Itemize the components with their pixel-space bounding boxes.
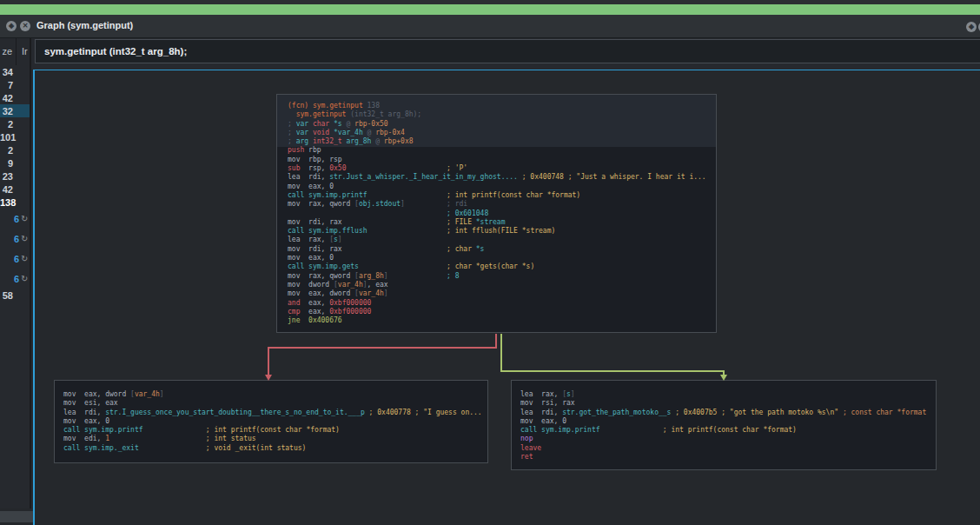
asm-line[interactable]: lea rdi, str.got_the_path_motoko__s ; 0x… bbox=[520, 409, 936, 417]
asm-line[interactable]: lea rax, [s] bbox=[520, 390, 936, 399]
accent-green-bar bbox=[0, 4, 980, 15]
undock-icon[interactable]: ◈ bbox=[6, 21, 17, 31]
sidebar-hscrollbar[interactable]: ▶ bbox=[0, 508, 31, 525]
function-size-value: 2 bbox=[0, 119, 13, 130]
function-size-value: 23 bbox=[0, 171, 13, 182]
function-signature-box[interactable]: sym.getinput (int32_t arg_8h); bbox=[35, 39, 980, 63]
asm-line[interactable]: lea rax, [s] bbox=[288, 236, 716, 244]
edge-true bbox=[500, 334, 502, 371]
asm-line[interactable]: mov eax, 0 bbox=[63, 417, 487, 426]
function-list-row[interactable]: 2 bbox=[0, 117, 30, 130]
asm-line[interactable]: mov eax, 0 bbox=[288, 254, 716, 262]
function-list-row[interactable]: 7 bbox=[0, 78, 30, 91]
asm-line[interactable]: sym.getinput (int32_t arg_8h); bbox=[288, 110, 716, 119]
asm-code: lea rax, [s]mov rsi, raxlea rdi, str.got… bbox=[512, 381, 936, 462]
asm-line[interactable]: mov rax, qword [obj.stdout] ; rdi bbox=[288, 200, 716, 209]
asm-line[interactable]: call sym.imp._exit ; void _exit(int stat… bbox=[63, 444, 487, 453]
asm-line[interactable]: mov eax, 0 bbox=[288, 183, 716, 191]
function-list-row[interactable]: 6↻ bbox=[0, 209, 30, 229]
function-size-value: 6 bbox=[0, 234, 19, 244]
function-size-value: 2 bbox=[0, 145, 13, 156]
function-list-row[interactable]: 34 bbox=[0, 65, 30, 78]
graph-canvas[interactable]: (fcn) sym.getinput 138 sym.getinput (int… bbox=[35, 70, 980, 525]
asm-line[interactable]: ; arg int32_t arg_8h @ rbp+0x8 bbox=[288, 137, 716, 146]
column-header-size[interactable]: ze bbox=[0, 46, 12, 56]
asm-line[interactable]: nop bbox=[520, 435, 936, 443]
asm-line[interactable]: mov rax, qword [arg_8h] ; 8 bbox=[288, 272, 716, 281]
asm-line[interactable]: call sym.imp.fflush ; int fflush(FILE *s… bbox=[288, 227, 716, 236]
asm-code: (fcn) sym.getinput 138 sym.getinput (int… bbox=[277, 95, 716, 325]
asm-line[interactable]: lea rdi, str.I_guess_once_you_start_doub… bbox=[63, 409, 487, 417]
column-divider bbox=[16, 38, 17, 66]
asm-line[interactable]: lea rdi, str.Just_a_whisper._I_hear_it_i… bbox=[288, 173, 716, 182]
asm-line[interactable]: mov esi, eax bbox=[63, 399, 487, 408]
function-size-value: 7 bbox=[0, 80, 13, 90]
app-window: ◈ ✕ Graph (sym.getinput) ◈ ze Ir sym.get… bbox=[0, 0, 980, 525]
edge-false bbox=[495, 334, 497, 348]
function-size-value: 6 bbox=[0, 274, 19, 284]
function-list-row[interactable]: 23 bbox=[0, 169, 30, 183]
asm-line[interactable]: ; var void *var_4h @ rbp-0x4 bbox=[288, 129, 716, 137]
function-size-value: 42 bbox=[0, 93, 13, 103]
asm-line[interactable]: cmp eax, 0xbf000000 bbox=[288, 308, 716, 316]
asm-line[interactable]: mov rdi, rax ; FILE *stream bbox=[288, 218, 716, 227]
function-size-value: 138 bbox=[0, 197, 16, 208]
function-list-row[interactable]: 32 bbox=[0, 104, 30, 117]
asm-line[interactable]: call sym.imp.printf ; int printf(const c… bbox=[520, 426, 936, 435]
close-icon[interactable]: ✕ bbox=[20, 21, 30, 31]
history-icon: ↻ bbox=[21, 214, 28, 223]
asm-code: mov eax, dword [var_4h]mov esi, eaxlea r… bbox=[55, 381, 487, 453]
function-list-row[interactable]: 9 bbox=[0, 156, 30, 169]
function-list-panel[interactable]: 347423221012923421386↻6↻6↻6↻58 bbox=[0, 65, 30, 508]
column-header-ir[interactable]: Ir bbox=[22, 46, 28, 56]
asm-line[interactable]: ; 0x601048 bbox=[288, 209, 716, 218]
asm-line[interactable]: leave bbox=[520, 444, 936, 453]
signature-row: ze Ir sym.getinput (int32_t arg_8h); bbox=[0, 38, 980, 66]
function-list-row[interactable]: 6↻ bbox=[0, 269, 30, 289]
function-list-row[interactable]: 138 bbox=[0, 196, 30, 209]
graph-node-exit-fail[interactable]: mov eax, dword [var_4h]mov esi, eaxlea r… bbox=[54, 380, 488, 463]
function-size-value: 42 bbox=[0, 184, 13, 195]
edge-false-arrowhead bbox=[265, 375, 272, 381]
edge-true bbox=[500, 370, 725, 372]
function-list-row[interactable]: 42 bbox=[0, 183, 30, 196]
asm-line[interactable]: ret bbox=[520, 453, 936, 462]
asm-line[interactable]: mov eax, 0 bbox=[520, 417, 936, 426]
asm-line[interactable]: push rbp bbox=[288, 146, 716, 155]
function-list-row[interactable]: 101 bbox=[0, 130, 30, 143]
function-size-value: 9 bbox=[0, 158, 13, 169]
asm-line[interactable]: ; var char *s @ rbp-0x50 bbox=[288, 120, 716, 129]
asm-line[interactable]: jne 0x400676 bbox=[288, 316, 716, 325]
asm-line[interactable]: and eax, 0xbf000000 bbox=[288, 299, 716, 308]
panel-title: Graph (sym.getinput) bbox=[36, 20, 133, 30]
panel-titlebar: ◈ ✕ Graph (sym.getinput) ◈ bbox=[0, 15, 980, 38]
history-icon: ↻ bbox=[21, 254, 28, 263]
asm-line[interactable]: sub rsp, 0x50 ; 'P' bbox=[288, 164, 716, 173]
asm-line[interactable]: mov rdi, rax ; char *s bbox=[288, 245, 716, 254]
function-size-value: 6 bbox=[0, 254, 19, 264]
asm-line[interactable]: call sym.imp.gets ; char *gets(char *s) bbox=[288, 262, 716, 271]
function-list-row[interactable]: 6↻ bbox=[0, 229, 30, 249]
asm-line[interactable]: mov eax, dword [var_4h] bbox=[63, 390, 487, 399]
asm-line[interactable]: (fcn) sym.getinput 138 bbox=[288, 102, 716, 110]
asm-line[interactable]: mov rbp, rsp bbox=[288, 156, 716, 164]
asm-line[interactable]: mov edi, 1 ; int status bbox=[63, 435, 487, 443]
panel-divider[interactable] bbox=[30, 38, 31, 525]
undock-icon[interactable]: ◈ bbox=[966, 22, 977, 32]
function-signature: sym.getinput (int32_t arg_8h); bbox=[44, 46, 187, 56]
asm-line[interactable]: mov eax, dword [var_4h] bbox=[288, 289, 716, 298]
edge-false bbox=[268, 347, 497, 349]
function-list-row[interactable]: 42 bbox=[0, 91, 30, 104]
function-list-row[interactable]: 58 bbox=[0, 289, 30, 302]
function-size-value: 101 bbox=[0, 132, 16, 143]
function-list-row[interactable]: 2 bbox=[0, 143, 30, 156]
graph-node-entry[interactable]: (fcn) sym.getinput 138 sym.getinput (int… bbox=[276, 94, 717, 333]
edge-true-arrowhead bbox=[720, 375, 727, 381]
asm-line[interactable]: call sym.imp.printf ; int printf(const c… bbox=[63, 426, 487, 435]
function-size-value: 32 bbox=[0, 106, 13, 116]
asm-line[interactable]: call sym.imp.printf ; int printf(const c… bbox=[288, 191, 716, 200]
asm-line[interactable]: mov dword [var_4h], eax bbox=[288, 281, 716, 289]
asm-line[interactable]: mov rsi, rax bbox=[520, 399, 936, 408]
function-list-row[interactable]: 6↻ bbox=[0, 249, 30, 269]
graph-node-exit-success[interactable]: lea rax, [s]mov rsi, raxlea rdi, str.got… bbox=[511, 380, 937, 470]
